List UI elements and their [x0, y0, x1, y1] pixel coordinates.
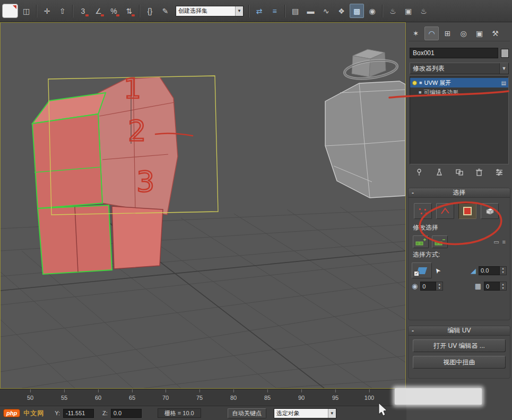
spinner-snap-icon[interactable]: ⇅ [122, 4, 136, 18]
select-by-planar-angle-button[interactable]: ✓ [412, 262, 432, 278]
chevron-down-icon[interactable]: ▼ [499, 63, 508, 74]
render-setup-icon[interactable]: ♨ [386, 4, 400, 18]
angle-snap-icon[interactable]: ∠ [91, 4, 106, 18]
collapse-icon[interactable]: - [409, 189, 417, 197]
tab-utilities[interactable]: ⚒ [488, 27, 502, 40]
modifier-stack: ■ UVW 展开 ▤ ■ 可编辑多边形 [410, 76, 509, 164]
loop-selection-icon[interactable]: ≡ [502, 239, 506, 245]
sphere-pick-icon[interactable]: ◉ [412, 282, 418, 290]
percent-snap-icon[interactable]: % [107, 4, 121, 18]
tab-motion[interactable]: ◎ [456, 27, 471, 40]
material-editor-icon[interactable]: ◉ [365, 4, 379, 18]
planar-angle-checkbox[interactable]: ✓ [414, 271, 419, 276]
modifier-icon: ■ [419, 80, 422, 85]
select-and-move-icon[interactable]: ✛ [40, 4, 54, 18]
element-subobject-button[interactable] [481, 203, 499, 219]
sphere-pick-field[interactable] [420, 282, 436, 291]
tab-display[interactable]: ▣ [472, 27, 487, 40]
select-and-place-icon[interactable]: ⇧ [55, 4, 70, 18]
make-unique-button[interactable] [453, 167, 466, 178]
shrink-selection-button[interactable] [432, 235, 448, 248]
angle-threshold-spinner: ▴▾ [479, 266, 507, 275]
grid-size-readout: 栅格 = 10.0 [158, 408, 201, 418]
pin-stack-button[interactable] [413, 167, 426, 178]
snap-toggle-3d-icon[interactable]: 3 [76, 4, 90, 18]
key-filter-dropdown[interactable]: 选定对象 ▼ [274, 408, 336, 418]
timeline-tick: 50 [27, 395, 33, 401]
viewport-scene: 1 2 3 [1, 23, 405, 388]
mirror-icon[interactable]: ⇄ [252, 4, 266, 18]
selection-set-dropdown[interactable]: 创建选择集 ▼ [176, 6, 244, 16]
slate-material-editor-icon[interactable]: ▩ [350, 4, 364, 18]
y-coordinate-field[interactable] [63, 409, 94, 418]
angle-threshold-field[interactable] [479, 266, 500, 275]
layer-manager-icon[interactable]: ▤ [288, 4, 302, 18]
timeline-tick: 85 [264, 395, 271, 401]
edit-uv-rollout-header[interactable]: - 编辑 UV [409, 326, 510, 336]
render-production-icon[interactable]: ♨ [416, 4, 431, 18]
tab-create[interactable]: ✶ [409, 27, 423, 40]
curve-editor-icon[interactable]: ∿ [319, 4, 333, 18]
chevron-down-icon[interactable]: ▼ [235, 6, 243, 16]
open-uv-editor-button[interactable]: 打开 UV 编辑器 ... [413, 339, 506, 352]
edit-selection-set-icon[interactable]: ✎ [158, 4, 172, 18]
collapse-icon[interactable]: - [409, 327, 417, 335]
named-selection-sets-icon[interactable]: {} [143, 4, 157, 18]
modify-icon: ◠ [428, 29, 435, 38]
stack-item-uvw-unwrap[interactable]: ■ UVW 展开 ▤ [410, 78, 508, 88]
remove-modifier-button[interactable] [473, 167, 485, 178]
blurred-watermark [395, 388, 482, 405]
selection-rollout-header[interactable]: - 选择 [409, 188, 510, 198]
vertex-subobject-button[interactable] [414, 203, 432, 219]
modify-selection-label: 修改选择 [409, 222, 510, 233]
timeline-tick: 80 [230, 395, 237, 401]
grid-pick-field[interactable] [484, 282, 500, 291]
ring-selection-icon[interactable]: ▭ [493, 239, 499, 246]
tab-modify[interactable]: ◠ [424, 27, 439, 40]
utilities-icon: ⚒ [492, 29, 499, 38]
tab-hierarchy[interactable]: ⊞ [440, 27, 455, 40]
timeline-tick: 55 [61, 395, 67, 401]
auto-key-button[interactable]: 自动关键点 [228, 408, 266, 418]
perspective-viewport[interactable]: 1 2 3 [0, 22, 406, 389]
spin-down-icon: ▾ [502, 270, 504, 274]
timeline-tick: 70 [162, 395, 169, 401]
spinner-arrows[interactable]: ▴▾ [436, 282, 443, 291]
chevron-down-icon[interactable]: ▼ [328, 409, 336, 418]
gray-box-wireframe[interactable] [325, 81, 405, 198]
grow-selection-button[interactable] [413, 235, 429, 248]
edge-subobject-button[interactable] [436, 203, 454, 219]
grid-pick-icon[interactable]: ▦ [475, 282, 481, 290]
align-icon[interactable]: ≡ [267, 4, 282, 18]
ribbon-toggle-icon[interactable]: ▬ [303, 4, 318, 18]
spin-down-icon: ▾ [439, 286, 440, 290]
schematic-view-icon[interactable]: ❖ [334, 4, 349, 18]
window-crossing-icon[interactable]: ◫ [19, 4, 33, 18]
red-box-mesh[interactable] [32, 77, 178, 274]
element-icon [485, 207, 494, 215]
stack-scroll-icon[interactable]: ▤ [501, 80, 506, 86]
edit-uv-rollout: - 编辑 UV 打开 UV 编辑器 ... 视图中扭曲 [408, 326, 510, 379]
distort-in-view-button[interactable]: 视图中扭曲 [413, 356, 506, 369]
stack-item-editable-poly[interactable]: ■ 可编辑多边形 [410, 88, 508, 97]
edge-icon [440, 207, 450, 215]
face-icon [463, 207, 472, 215]
show-end-result-button[interactable] [433, 167, 446, 178]
modifier-enable-bulb-icon[interactable] [412, 81, 417, 85]
spin-down-icon: ▾ [502, 286, 504, 290]
z-coordinate-field[interactable] [111, 409, 142, 418]
spinner-arrows[interactable]: ▴▾ [500, 266, 507, 275]
timeline-track-bar[interactable]: 50 55 60 65 70 75 80 85 90 95 100 [0, 389, 406, 406]
grid-pick-spinner: ▴▾ [484, 282, 507, 291]
selection-region-icon[interactable] [2, 4, 18, 18]
spinner-arrows[interactable]: ▴▾ [500, 282, 507, 291]
object-name-field[interactable] [410, 48, 498, 58]
object-color-swatch[interactable] [501, 49, 509, 58]
modifier-list-dropdown[interactable]: 修改器列表 ▼ [410, 63, 509, 74]
toolbar-separator [284, 5, 285, 18]
face-subobject-button[interactable] [458, 203, 476, 219]
rendered-frame-window-icon[interactable]: ▣ [401, 4, 415, 18]
timeline-tick: 90 [298, 395, 305, 401]
configure-modifier-sets-button[interactable] [493, 167, 506, 178]
timeline-tick: 60 [95, 395, 101, 401]
